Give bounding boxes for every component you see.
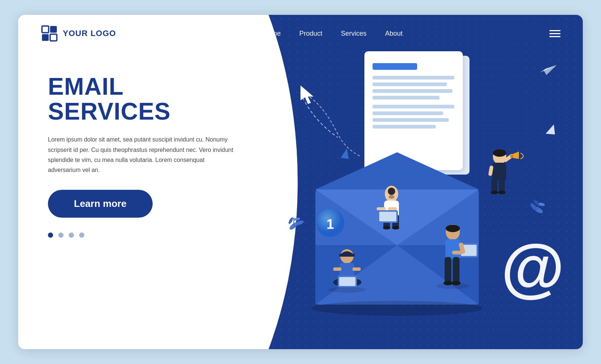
- svg-rect-61: [445, 257, 451, 283]
- svg-point-28: [389, 195, 394, 199]
- svg-point-27: [388, 188, 395, 195]
- svg-rect-60: [445, 239, 460, 260]
- svg-rect-1: [42, 34, 49, 41]
- hamburger-line-2: [549, 33, 561, 34]
- svg-rect-14: [373, 125, 436, 129]
- logo-icon: [40, 25, 58, 42]
- svg-rect-44: [491, 178, 497, 192]
- svg-rect-12: [373, 111, 443, 115]
- svg-rect-9: [373, 89, 452, 93]
- nav-links: Home Product Services About: [263, 30, 403, 38]
- hero-title: EMAIL SERVICES: [48, 74, 234, 124]
- nav-services[interactable]: Services: [341, 30, 367, 38]
- svg-text:@: @: [501, 231, 565, 303]
- svg-point-83: [436, 283, 470, 289]
- svg-point-39: [493, 149, 506, 157]
- svg-rect-57: [353, 267, 361, 271]
- dot-3[interactable]: [69, 233, 74, 238]
- logo-area: YOUR LOGO: [40, 25, 116, 42]
- learn-more-button[interactable]: Learn more: [48, 190, 153, 218]
- hero-description: Lorem ipsum dolor sit amet, sea putant s…: [48, 134, 234, 175]
- hamburger-line-1: [549, 30, 561, 31]
- svg-rect-0: [42, 26, 49, 33]
- svg-rect-7: [373, 76, 454, 79]
- nav-home[interactable]: Home: [263, 30, 281, 38]
- svg-point-72: [293, 217, 300, 221]
- logo-text: YOUR LOGO: [63, 29, 116, 38]
- svg-point-47: [498, 191, 506, 194]
- svg-rect-13: [373, 118, 449, 122]
- svg-rect-11: [373, 105, 454, 108]
- svg-point-32: [383, 226, 390, 230]
- svg-rect-37: [379, 212, 396, 221]
- nav-product[interactable]: Product: [299, 30, 322, 38]
- dot-1[interactable]: [48, 233, 53, 238]
- main-illustration: 1 @: [263, 45, 575, 345]
- svg-rect-45: [499, 178, 505, 192]
- header: YOUR LOGO Home Product Services About: [18, 15, 583, 52]
- svg-rect-50: [339, 254, 355, 257]
- svg-rect-62: [453, 257, 459, 283]
- dot-2[interactable]: [58, 233, 64, 238]
- pagination-dots: [48, 233, 234, 238]
- svg-point-81: [312, 301, 483, 316]
- svg-marker-25: [300, 85, 314, 104]
- dot-4[interactable]: [79, 233, 84, 238]
- svg-rect-8: [373, 82, 447, 86]
- svg-rect-43: [510, 155, 513, 158]
- svg-rect-6: [373, 63, 417, 70]
- svg-rect-3: [50, 34, 57, 41]
- svg-rect-55: [339, 277, 355, 286]
- nav-about[interactable]: About: [385, 30, 403, 38]
- svg-marker-80: [546, 124, 555, 134]
- svg-point-82: [328, 287, 366, 293]
- svg-point-46: [491, 191, 498, 194]
- svg-rect-2: [50, 26, 57, 33]
- svg-text:1: 1: [327, 217, 334, 232]
- svg-rect-34: [377, 207, 386, 210]
- svg-point-71: [288, 217, 294, 224]
- svg-marker-79: [341, 149, 349, 159]
- svg-rect-68: [452, 251, 463, 254]
- svg-point-33: [392, 226, 399, 230]
- svg-rect-56: [333, 267, 341, 271]
- hamburger-line-3: [549, 36, 561, 37]
- page-wrapper: YOUR LOGO Home Product Services About EM…: [18, 15, 583, 349]
- svg-rect-40: [492, 163, 506, 181]
- svg-rect-10: [373, 96, 439, 100]
- svg-rect-35: [388, 207, 397, 210]
- hamburger-menu[interactable]: [549, 30, 561, 37]
- hero-content: EMAIL SERVICES Lorem ipsum dolor sit ame…: [48, 74, 234, 238]
- svg-point-59: [446, 225, 460, 232]
- svg-marker-24: [544, 65, 557, 75]
